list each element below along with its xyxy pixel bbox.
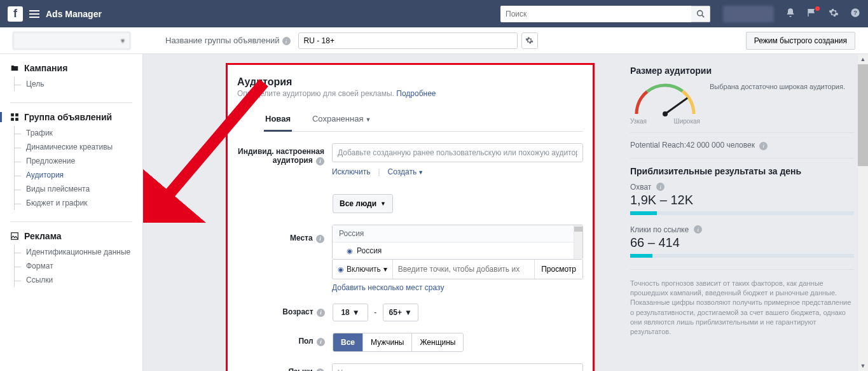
sidebar: Кампания Цель Группа объявлений Трафик Д… xyxy=(0,54,143,371)
sidebar-item-placements[interactable]: Виды плейсмента xyxy=(14,182,142,196)
sidebar-head-ad[interactable]: Реклама xyxy=(10,231,142,241)
topbar: f Ads Manager ? xyxy=(0,0,868,27)
languages-label: Языки i xyxy=(237,363,332,371)
user-account-pill[interactable] xyxy=(723,6,774,22)
svg-text:?: ? xyxy=(853,10,857,16)
scroll-up-icon[interactable]: ▲ xyxy=(858,54,868,64)
add-multiple-locations-link[interactable]: Добавить несколько мест сразу xyxy=(332,283,444,292)
location-search-input[interactable] xyxy=(393,260,534,279)
info-icon[interactable]: i xyxy=(317,338,325,346)
sidebar-item-offer[interactable]: Предложение xyxy=(14,154,142,168)
gender-male-button[interactable]: Мужчины xyxy=(362,333,411,351)
chevron-down-icon: ▼ xyxy=(418,169,424,176)
gauge-status-text: Выбрана достаточно широкая аудитория. xyxy=(710,82,845,92)
gender-female-button[interactable]: Женщины xyxy=(411,333,463,351)
gender-label: Пол i xyxy=(237,333,333,352)
row-locations-everyone: Все люди▼ xyxy=(237,194,583,213)
image-icon xyxy=(10,232,19,241)
age-max-dropdown[interactable]: 65+ ▼ xyxy=(383,304,418,321)
divider xyxy=(630,269,854,270)
subheader: Название группы объявленийi Режим быстро… xyxy=(0,27,868,54)
sidebar-item-audience[interactable]: Аудитория xyxy=(14,168,142,182)
adset-name-input[interactable] xyxy=(298,32,518,49)
tab-saved[interactable]: Сохраненная▼ xyxy=(311,114,372,131)
chevron-down-icon: ▾ xyxy=(383,265,387,274)
adset-name-label: Название группы объявленийi xyxy=(165,36,291,46)
sidebar-item-budget[interactable]: Бюджет и график xyxy=(14,196,142,210)
learn-more-link[interactable]: Подробнее xyxy=(396,89,436,98)
scroll-down-icon[interactable]: ▼ xyxy=(858,361,868,371)
chevron-down-icon: ▼ xyxy=(365,116,371,123)
age-separator: - xyxy=(374,308,376,317)
sidebar-head-campaign[interactable]: Кампания xyxy=(10,63,142,73)
info-icon[interactable]: i xyxy=(282,37,291,45)
sidebar-item-identity[interactable]: Идентификационные данные xyxy=(14,245,142,259)
sidebar-item-traffic[interactable]: Трафик xyxy=(14,126,142,140)
gender-all-button[interactable]: Все xyxy=(333,333,362,351)
bell-icon[interactable] xyxy=(785,8,796,20)
main-content: Аудитория Определите аудиторию для своей… xyxy=(143,54,868,371)
search-button[interactable] xyxy=(691,6,710,22)
info-icon[interactable]: i xyxy=(656,183,665,191)
chevron-down-icon: ▼ xyxy=(352,308,360,317)
include-dropdown[interactable]: ◉Включить ▾ xyxy=(333,260,393,279)
sidebar-section-campaign: Кампания Цель xyxy=(0,63,142,91)
languages-input[interactable] xyxy=(332,363,583,371)
info-icon[interactable]: i xyxy=(694,225,702,234)
info-icon[interactable]: i xyxy=(759,142,768,150)
adset-settings-button[interactable] xyxy=(521,32,538,49)
reach-bar xyxy=(630,211,854,215)
sidebar-item-dynamic[interactable]: Динамические креативы xyxy=(14,140,142,154)
audience-tabs: Новая Сохраненная▼ xyxy=(264,114,583,132)
sidebar-item-format[interactable]: Формат xyxy=(14,259,142,273)
chevron-down-icon: ▼ xyxy=(380,200,386,207)
search-icon xyxy=(696,10,705,18)
everyone-dropdown[interactable]: Все люди▼ xyxy=(333,194,393,213)
info-icon[interactable]: i xyxy=(316,235,324,243)
custom-audience-input[interactable] xyxy=(332,143,583,162)
clicks-value: 66 – 414 xyxy=(630,235,854,250)
location-country-header: Россия xyxy=(333,225,574,242)
app-title: Ads Manager xyxy=(46,9,102,19)
divider xyxy=(630,158,854,158)
exclude-link[interactable]: Исключить xyxy=(332,167,370,176)
location-item[interactable]: ◉ Россия xyxy=(333,242,574,259)
info-icon[interactable]: i xyxy=(316,157,324,165)
divider xyxy=(630,132,854,133)
sidebar-item-links[interactable]: Ссылки xyxy=(14,273,142,287)
chevron-down-icon: ▼ xyxy=(404,308,412,317)
facebook-logo[interactable]: f xyxy=(8,6,23,22)
create-link[interactable]: Создать▼ xyxy=(388,167,424,176)
info-icon[interactable]: i xyxy=(316,368,324,372)
gear-icon xyxy=(525,36,534,45)
age-label: Возраст i xyxy=(237,304,333,321)
browse-button[interactable]: Просмотр xyxy=(534,260,582,279)
help-icon[interactable]: ? xyxy=(850,8,860,20)
gear-icon[interactable] xyxy=(829,8,839,20)
sidebar-section-adset: Группа объявлений Трафик Динамические кр… xyxy=(0,112,142,210)
divider xyxy=(10,102,132,103)
hamburger-icon[interactable] xyxy=(29,10,39,18)
estimates-disclaimer: Точность прогнозов зависит от таких факт… xyxy=(630,279,854,337)
sidebar-head-adset[interactable]: Группа объявлений xyxy=(0,112,142,122)
tab-new[interactable]: Новая xyxy=(264,114,292,132)
page-scrollbar[interactable]: ▲ ▼ xyxy=(858,54,868,371)
gender-button-group: Все Мужчины Женщины xyxy=(333,333,464,352)
flag-icon[interactable] xyxy=(807,8,817,20)
age-min-dropdown[interactable]: 18 ▼ xyxy=(333,304,368,321)
search-input[interactable] xyxy=(500,6,691,22)
quick-creation-mode-button[interactable]: Режим быстрого создания xyxy=(746,32,855,50)
info-icon[interactable]: i xyxy=(317,309,325,317)
locations-scrollbar[interactable] xyxy=(574,225,582,259)
audience-gauge xyxy=(630,82,700,120)
scrollbar-thumb[interactable] xyxy=(858,64,868,166)
svg-rect-4 xyxy=(11,113,14,116)
svg-rect-6 xyxy=(11,118,14,121)
clicks-label: Клики по ссылкеi xyxy=(630,225,854,234)
row-gender: Пол i Все Мужчины Женщины xyxy=(237,333,583,352)
account-selector[interactable] xyxy=(13,32,130,50)
sidebar-section-ad: Реклама Идентификационные данные Формат … xyxy=(0,231,142,287)
audience-size-title: Размер аудитории xyxy=(630,66,854,76)
sidebar-item-goal[interactable]: Цель xyxy=(14,77,142,91)
reach-value: 1,9K – 12K xyxy=(630,193,854,207)
